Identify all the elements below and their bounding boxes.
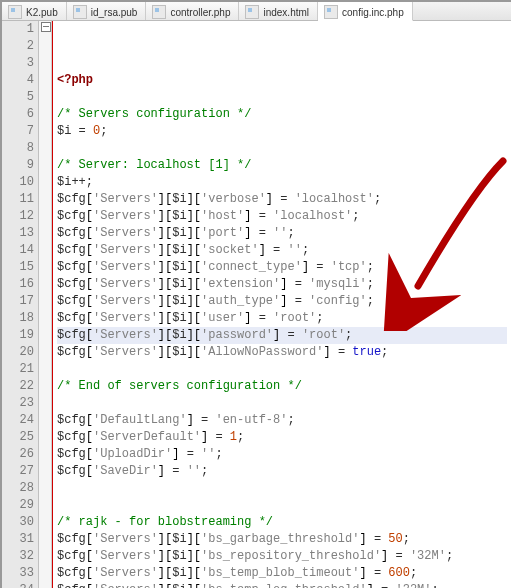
tab-k2-pub[interactable]: K2.pub <box>2 2 67 20</box>
line-number: 9 <box>6 157 34 174</box>
code-line[interactable] <box>57 89 507 106</box>
code-line[interactable]: $i++; <box>57 174 507 191</box>
tab-index-html[interactable]: index.html <box>239 2 318 20</box>
code-line[interactable]: $cfg['ServerDefault'] = 1; <box>57 429 507 446</box>
code-line[interactable]: $cfg['Servers'][$i]['connect_type'] = 't… <box>57 259 507 276</box>
line-number: 2 <box>6 38 34 55</box>
fold-cell <box>39 72 51 89</box>
code-line[interactable] <box>57 497 507 514</box>
fold-column <box>39 21 52 588</box>
fold-cell <box>39 55 51 72</box>
code-line[interactable]: $cfg['Servers'][$i]['bs_temp_blob_timeou… <box>57 565 507 582</box>
line-number: 16 <box>6 276 34 293</box>
fold-cell <box>39 89 51 106</box>
line-number: 12 <box>6 208 34 225</box>
tab-controller-php[interactable]: controller.php <box>146 2 239 20</box>
fold-cell <box>39 38 51 55</box>
tab-label: controller.php <box>170 7 230 18</box>
file-icon <box>73 5 87 19</box>
line-number: 14 <box>6 242 34 259</box>
code-line[interactable]: /* End of servers configuration */ <box>57 378 507 395</box>
code-line[interactable]: $cfg['DefaultLang'] = 'en-utf-8'; <box>57 412 507 429</box>
code-line[interactable]: $cfg['SaveDir'] = ''; <box>57 463 507 480</box>
fold-toggle-icon[interactable] <box>41 22 51 32</box>
code-line[interactable] <box>57 480 507 497</box>
code-line[interactable]: /* Server: localhost [1] */ <box>57 157 507 174</box>
tab-id-rsa-pub[interactable]: id_rsa.pub <box>67 2 147 20</box>
line-number: 27 <box>6 463 34 480</box>
code-line[interactable]: $cfg['Servers'][$i]['bs_temp_log_thresho… <box>57 582 507 588</box>
code-line[interactable] <box>57 361 507 378</box>
code-line[interactable] <box>57 395 507 412</box>
line-number: 3 <box>6 55 34 72</box>
line-number: 30 <box>6 514 34 531</box>
line-number: 20 <box>6 344 34 361</box>
file-icon <box>152 5 166 19</box>
tab-label: config.inc.php <box>342 7 404 18</box>
editor-area[interactable]: 1234567891011121314151617181920212223242… <box>2 21 511 588</box>
tab-label: index.html <box>263 7 309 18</box>
code-line[interactable]: $cfg['Servers'][$i]['user'] = 'root'; <box>57 310 507 327</box>
tab-bar: K2.pubid_rsa.pubcontroller.phpindex.html… <box>2 2 511 21</box>
line-number: 33 <box>6 565 34 582</box>
line-number: 5 <box>6 89 34 106</box>
code-line[interactable]: $cfg['UploadDir'] = ''; <box>57 446 507 463</box>
line-number: 15 <box>6 259 34 276</box>
line-number: 34 <box>6 582 34 588</box>
file-icon <box>245 5 259 19</box>
code-line[interactable]: $cfg['Servers'][$i]['extension'] = 'mysq… <box>57 276 507 293</box>
line-number: 1 <box>6 21 34 38</box>
fold-cell <box>39 140 51 157</box>
code-line[interactable]: $i = 0; <box>57 123 507 140</box>
line-number: 28 <box>6 480 34 497</box>
fold-cell <box>39 514 51 531</box>
line-number: 22 <box>6 378 34 395</box>
line-number: 4 <box>6 72 34 89</box>
code-line[interactable]: $cfg['Servers'][$i]['bs_garbage_threshol… <box>57 531 507 548</box>
fold-cell <box>39 106 51 123</box>
code-line[interactable]: /* rajk - for blobstreaming */ <box>57 514 507 531</box>
fold-cell <box>39 327 51 344</box>
line-number: 8 <box>6 140 34 157</box>
fold-cell <box>39 395 51 412</box>
code-line[interactable]: $cfg['Servers'][$i]['bs_repository_thres… <box>57 548 507 565</box>
code-line[interactable]: $cfg['Servers'][$i]['host'] = 'localhost… <box>57 208 507 225</box>
line-number: 26 <box>6 446 34 463</box>
code-line[interactable] <box>57 140 507 157</box>
code-line[interactable]: $cfg['Servers'][$i]['password'] = 'root'… <box>57 327 507 344</box>
code-line[interactable]: /* Servers configuration */ <box>57 106 507 123</box>
code-line[interactable]: $cfg['Servers'][$i]['verbose'] = 'localh… <box>57 191 507 208</box>
line-number: 19 <box>6 327 34 344</box>
line-number: 18 <box>6 310 34 327</box>
line-number: 10 <box>6 174 34 191</box>
line-number: 23 <box>6 395 34 412</box>
line-number: 6 <box>6 106 34 123</box>
line-number: 17 <box>6 293 34 310</box>
fold-cell <box>39 157 51 174</box>
fold-cell <box>39 191 51 208</box>
code-content[interactable]: <?php/* Servers configuration */$i = 0;/… <box>52 21 511 588</box>
fold-cell <box>39 225 51 242</box>
line-number: 24 <box>6 412 34 429</box>
code-line[interactable]: $cfg['Servers'][$i]['port'] = ''; <box>57 225 507 242</box>
fold-cell <box>39 208 51 225</box>
file-icon <box>8 5 22 19</box>
line-number: 31 <box>6 531 34 548</box>
fold-cell <box>39 293 51 310</box>
code-line[interactable]: $cfg['Servers'][$i]['auth_type'] = 'conf… <box>57 293 507 310</box>
code-line[interactable]: <?php <box>57 72 507 89</box>
code-line[interactable]: $cfg['Servers'][$i]['socket'] = ''; <box>57 242 507 259</box>
fold-cell <box>39 242 51 259</box>
fold-cell <box>39 259 51 276</box>
fold-cell <box>39 174 51 191</box>
fold-cell <box>39 21 51 38</box>
tab-config-inc-php[interactable]: config.inc.php <box>318 2 413 21</box>
fold-cell <box>39 412 51 429</box>
fold-cell <box>39 582 51 588</box>
fold-cell <box>39 310 51 327</box>
fold-cell <box>39 123 51 140</box>
line-number: 29 <box>6 497 34 514</box>
code-line[interactable]: $cfg['Servers'][$i]['AllowNoPassword'] =… <box>57 344 507 361</box>
line-number: 7 <box>6 123 34 140</box>
line-number: 13 <box>6 225 34 242</box>
